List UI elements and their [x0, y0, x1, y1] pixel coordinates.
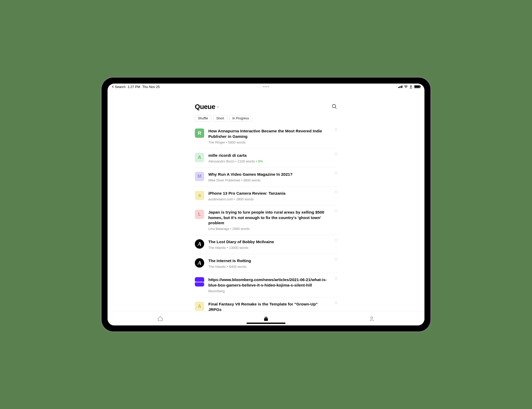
article-item[interactable]: RHow Annapurna Interactive Became the Mo…	[195, 128, 337, 149]
article-list: RHow Annapurna Interactive Became the Mo…	[195, 128, 337, 311]
article-item[interactable]: AThe Lost Diary of Bobby McIlvaineThe At…	[195, 235, 337, 254]
tab-home[interactable]	[108, 316, 213, 322]
svg-point-1	[410, 86, 412, 87]
article-meta: austinmann.com • 2800 words	[208, 197, 329, 201]
article-title: Japan is trying to lure people into rura…	[208, 210, 329, 226]
home-icon	[157, 316, 163, 322]
profile-icon	[369, 316, 375, 322]
article-title: mille ricordi di carta	[208, 153, 329, 158]
person-icon	[409, 85, 413, 88]
article-body: iPhone 13 Pro Camera Review: Tanzaniaaus…	[208, 191, 337, 201]
source-icon-letter: L	[195, 210, 204, 219]
filter-in-progress[interactable]: In Progress	[229, 115, 252, 122]
article-meta: Mike Diver Published • 3800 words	[208, 178, 329, 182]
article-title: The Lost Diary of Bobby McIlvaine	[208, 239, 329, 245]
tab-bar	[108, 311, 424, 325]
svg-point-7	[371, 317, 373, 318]
article-body: mille ricordi di cartaAlessandro Bozzi •…	[208, 153, 337, 163]
source-icon-atlantic: A	[195, 258, 204, 268]
status-bar: Search 1:27 PM Thu Nov 25	[108, 84, 424, 90]
article-meta: The Atlantic • 6400 words	[208, 265, 329, 269]
queue-icon	[263, 316, 269, 322]
search-button[interactable]	[331, 104, 337, 110]
filter-shuffle[interactable]: Shuffle	[195, 115, 211, 122]
article-title: https://www.bloomberg.com/news/articles/…	[208, 277, 329, 288]
article-title: How Annapurna Interactive Became the Mos…	[208, 128, 329, 139]
svg-point-0	[406, 87, 406, 88]
source-icon-letter: R	[195, 128, 204, 138]
status-left: Search 1:27 PM Thu Nov 25	[112, 85, 160, 89]
article-body: Why Run A Video Games Magazine In 2021?M…	[208, 172, 337, 182]
filter-row: Shuffle Short In Progress	[195, 115, 337, 122]
article-item[interactable]: Amille ricordi di cartaAlessandro Bozzi …	[195, 149, 337, 168]
article-title: Why Run A Video Games Magazine In 2021?	[208, 172, 329, 177]
article-body: How Annapurna Interactive Became the Mos…	[208, 128, 337, 144]
svg-point-2	[332, 104, 336, 108]
page-title: Queue	[195, 103, 215, 111]
article-item[interactable]: AThe Internet Is RottingThe Atlantic • 6…	[195, 254, 337, 273]
ipad-frame: Search 1:27 PM Thu Nov 25	[102, 78, 430, 331]
article-meta: The Atlantic • 13000 words	[208, 246, 329, 250]
article-item[interactable]: Bloomberghttps://www.bloomberg.com/news/…	[195, 273, 337, 297]
drag-handle-icon[interactable]	[335, 191, 337, 193]
home-indicator[interactable]	[247, 323, 285, 324]
drag-handle-icon[interactable]	[335, 277, 337, 280]
article-body: The Internet Is RottingThe Atlantic • 64…	[208, 258, 337, 269]
article-item[interactable]: LJapan is trying to lure people into rur…	[195, 206, 337, 235]
article-title: Final Fantasy VII Remake is the Template…	[208, 302, 329, 311]
search-icon	[331, 104, 337, 109]
article-meta: The Ringer • 5600 words	[208, 140, 329, 144]
article-item[interactable]: aiPhone 13 Pro Camera Review: Tanzaniaau…	[195, 187, 337, 206]
article-progress: 8%	[258, 159, 263, 163]
filter-short[interactable]: Short	[213, 115, 227, 122]
multitask-dots[interactable]	[263, 86, 269, 87]
queue-title-dropdown[interactable]: Queue	[195, 103, 219, 111]
cellular-signal-icon	[398, 85, 403, 88]
svg-line-3	[335, 107, 337, 108]
article-body: Final Fantasy VII Remake is the Template…	[208, 302, 337, 311]
chevron-down-icon	[217, 106, 219, 108]
source-icon-letter: a	[195, 191, 204, 200]
article-title: The Internet Is Rotting	[208, 258, 329, 264]
article-meta: Lina Batarags • 2900 words	[208, 227, 329, 231]
article-meta: Bloomberg	[208, 289, 329, 293]
drag-handle-icon[interactable]	[335, 258, 337, 261]
article-body: The Lost Diary of Bobby McIlvaineThe Atl…	[208, 239, 337, 250]
screen: Search 1:27 PM Thu Nov 25	[108, 84, 424, 325]
article-item[interactable]: MWhy Run A Video Games Magazine In 2021?…	[195, 168, 337, 187]
status-right	[398, 85, 421, 88]
battery-icon	[414, 85, 420, 88]
tab-queue[interactable]	[213, 316, 319, 322]
article-item[interactable]: AFinal Fantasy VII Remake is the Templat…	[195, 297, 337, 311]
tab-profile[interactable]	[319, 316, 424, 322]
article-title: iPhone 13 Pro Camera Review: Tanzania	[208, 191, 329, 196]
source-icon-bloomberg: Bloomberg	[195, 277, 204, 287]
status-date: Thu Nov 25	[142, 85, 160, 89]
drag-handle-icon[interactable]	[335, 172, 337, 174]
source-icon-atlantic: A	[195, 239, 204, 249]
header-row: Queue	[195, 103, 337, 111]
content-inner: Queue Shuffle Short In Progress RHow Ann…	[195, 90, 337, 311]
svg-rect-5	[264, 317, 268, 318]
source-icon-letter: A	[195, 153, 204, 162]
article-body: Japan is trying to lure people into rura…	[208, 210, 337, 231]
source-icon-letter: M	[195, 172, 204, 181]
svg-rect-4	[265, 317, 267, 317]
article-body: https://www.bloomberg.com/news/articles/…	[208, 277, 337, 293]
wifi-icon	[404, 85, 408, 88]
chevron-left-icon	[112, 85, 114, 88]
status-time: 1:27 PM	[128, 85, 140, 89]
source-icon-letter: A	[195, 302, 204, 311]
content-area: Queue Shuffle Short In Progress RHow Ann…	[108, 90, 424, 311]
drag-handle-icon[interactable]	[335, 302, 337, 304]
svg-rect-6	[264, 318, 268, 321]
drag-handle-icon[interactable]	[335, 239, 337, 242]
article-meta: Alessandro Bozzi • 2100 words • 8%	[208, 159, 329, 163]
back-to-search[interactable]: Search	[112, 85, 125, 89]
drag-handle-icon[interactable]	[335, 153, 337, 155]
drag-handle-icon[interactable]	[335, 128, 337, 131]
back-label: Search	[115, 85, 125, 89]
drag-handle-icon[interactable]	[335, 210, 337, 212]
